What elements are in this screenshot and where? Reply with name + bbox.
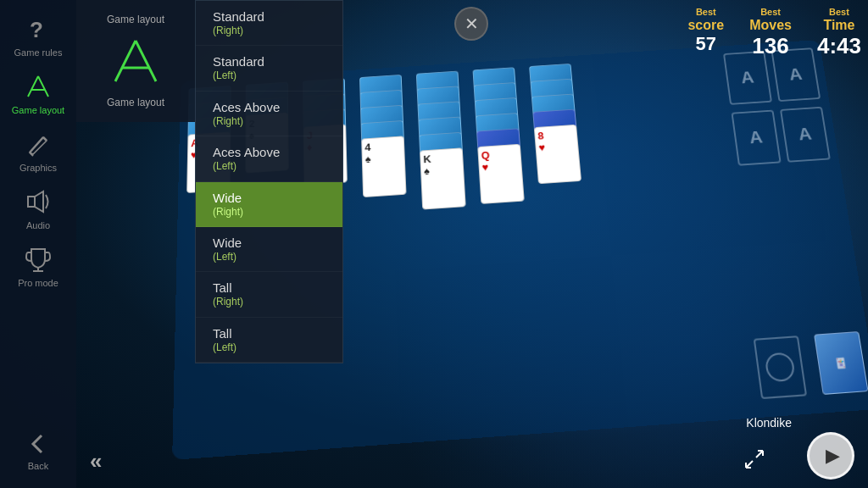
best-moves-title: Moves [749,18,792,33]
option-sub: (Left) [213,160,326,172]
option-label: Aces Above [213,100,280,114]
svg-line-14 [115,41,136,81]
layout-option-aces-above-left[interactable]: Aces Above (Left) [196,136,342,181]
svg-line-1 [38,76,48,97]
best-time: Best Time 4:43 [817,7,861,59]
sidebar-item-game-layout[interactable]: Game layout [0,64,76,122]
best-moves-best-label: Best [749,7,792,17]
sidebar: ? Game rules Game layout Graphics [0,0,76,488]
game-layout-panel-title: Game layout [107,14,164,25]
sidebar-item-graphics[interactable]: Graphics [0,122,76,180]
compass-icon [23,71,53,102]
option-sub: (Right) [213,115,326,127]
option-sub: (Right) [213,25,326,36]
layout-option-standard-left[interactable]: Standard (Left) [196,46,342,91]
layout-option-standard-right[interactable]: Standard (Right) [196,1,342,46]
layout-option-tall-right[interactable]: Tall (Right) [196,272,342,317]
play-button[interactable]: ▶ [807,432,854,480]
option-sub: (Right) [213,206,326,218]
svg-rect-9 [28,197,35,207]
back-label: Back [28,461,48,471]
svg-text:?: ? [30,17,43,42]
back-button[interactable]: Back [25,430,52,481]
sidebar-item-pro-mode[interactable]: Pro mode [0,237,76,295]
option-label: Aces Above [213,145,280,159]
option-label: Standard [213,54,264,69]
svg-line-2 [28,76,38,97]
sidebar-item-label: Game rules [14,47,63,58]
bottom-bar: Klondike ▶ [153,437,868,488]
best-time-value: 4:43 [817,33,861,59]
layout-option-aces-above-right[interactable]: Aces Above (Right) [196,92,342,136]
game-layout-panel-icon [108,34,163,88]
best-score: Best score 57 [687,7,724,55]
expand-button[interactable] [743,447,766,474]
best-score-best-label: Best [687,7,724,17]
best-score-title: score [687,18,724,33]
pencil-icon [23,129,53,159]
option-label: Wide [213,191,242,205]
sidebar-item-label: Game layout [12,105,64,115]
best-score-value: 57 [687,33,724,55]
sidebar-item-audio[interactable]: Audio [0,180,76,237]
layout-option-wide-left[interactable]: Wide (Left) [196,227,342,272]
svg-line-16 [746,461,753,468]
layout-option-tall-left[interactable]: Tall (Left) [196,318,342,363]
sidebar-item-label: Audio [26,220,50,230]
best-moves: Best Moves 136 [749,7,792,59]
best-time-best-label: Best [817,7,861,17]
svg-marker-10 [35,191,43,212]
close-button[interactable]: ✕ [454,7,488,41]
best-moves-value: 136 [749,33,792,59]
score-bar: Best score 57 Best Moves 136 Best Time 4… [687,7,861,59]
speaker-icon [23,186,53,217]
best-time-title: Time [817,18,861,33]
svg-line-13 [136,41,156,81]
option-label: Standard [213,9,264,24]
layout-dropdown: Standard (Right) Standard (Left) Aces Ab… [195,0,343,363]
option-sub: (Left) [213,341,326,353]
ace-slot-4: A [780,107,831,163]
trophy-icon [23,244,53,274]
layout-option-wide-right[interactable]: Wide (Right) [196,182,342,227]
option-label: Tall [213,326,232,341]
option-label: Tall [213,280,232,295]
svg-marker-8 [30,137,47,154]
game-layout-panel-label: Game layout [107,97,164,108]
svg-line-19 [756,451,763,458]
sidebar-item-label: Pro mode [18,278,58,288]
game-name: Klondike [746,415,792,430]
sidebar-item-game-rules[interactable]: ? Game rules [0,7,76,64]
option-label: Wide [213,236,242,250]
option-sub: (Right) [213,296,326,308]
question-icon: ? [23,14,53,44]
ace-slot-3: A [732,110,782,166]
undo-arrows[interactable]: « [90,448,102,474]
sidebar-item-label: Graphics [19,163,57,173]
option-sub: (Left) [213,251,326,263]
option-sub: (Left) [213,69,326,81]
game-layout-panel: Game layout Game layout [76,0,195,122]
